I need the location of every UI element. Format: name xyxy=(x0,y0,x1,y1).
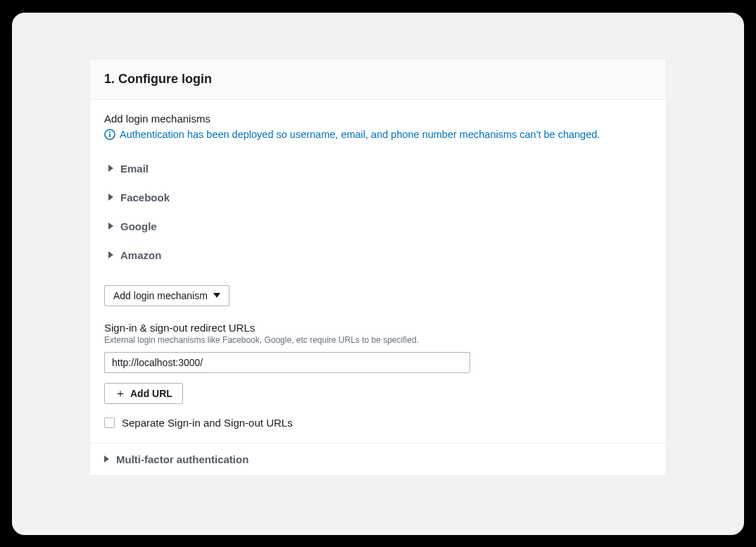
redirect-urls-label: Sign-in & sign-out redirect URLs xyxy=(104,322,652,334)
expand-icon xyxy=(108,222,113,230)
add-url-button[interactable]: ＋ Add URL xyxy=(104,383,183,404)
configure-login-panel: 1. Configure login Add login mechanisms … xyxy=(89,58,667,476)
mechanism-label: Facebook xyxy=(120,191,170,203)
mfa-expand-row[interactable]: Multi-factor authentication xyxy=(104,453,652,465)
info-icon xyxy=(104,129,115,140)
mechanism-item-google[interactable]: Google xyxy=(108,212,652,241)
svg-rect-2 xyxy=(109,133,111,137)
mechanism-item-facebook[interactable]: Facebook xyxy=(108,183,652,212)
deployment-info-message: Authentication has been deployed so user… xyxy=(104,129,652,140)
chevron-down-icon xyxy=(213,293,220,298)
svg-point-1 xyxy=(109,131,111,132)
separate-urls-checkbox[interactable] xyxy=(104,417,115,428)
mechanism-list: Email Facebook Google Amazon xyxy=(104,154,652,270)
dropdown-label: Add login mechanism xyxy=(113,290,208,301)
mechanism-label: Amazon xyxy=(120,249,161,261)
expand-icon xyxy=(108,251,113,258)
panel-header: 1. Configure login xyxy=(90,59,666,100)
separate-urls-label: Separate Sign-in and Sign-out URLs xyxy=(122,417,293,429)
panel-body: Add login mechanisms Authentication has … xyxy=(90,100,666,444)
expand-icon xyxy=(108,165,113,172)
login-mechanisms-subtitle: Add login mechanisms xyxy=(104,113,652,125)
expand-icon xyxy=(108,194,113,201)
expand-icon xyxy=(104,455,109,463)
mechanism-item-email[interactable]: Email xyxy=(108,154,652,183)
mechanism-label: Email xyxy=(120,163,149,175)
mfa-label: Multi-factor authentication xyxy=(116,453,248,465)
mechanism-label: Google xyxy=(120,220,157,232)
separate-urls-checkbox-row[interactable]: Separate Sign-in and Sign-out URLs xyxy=(104,417,652,429)
app-frame: 1. Configure login Add login mechanisms … xyxy=(12,13,744,535)
plus-icon: ＋ xyxy=(115,388,126,399)
redirect-urls-helper: External login mechanisms like Facebook,… xyxy=(104,335,652,345)
add-login-mechanism-dropdown[interactable]: Add login mechanism xyxy=(104,285,229,306)
redirect-url-input[interactable] xyxy=(104,352,470,373)
add-url-label: Add URL xyxy=(130,388,172,399)
info-text: Authentication has been deployed so user… xyxy=(120,129,600,140)
mechanism-item-amazon[interactable]: Amazon xyxy=(108,241,652,270)
panel-title: 1. Configure login xyxy=(104,72,652,87)
panel-footer: Multi-factor authentication xyxy=(90,444,666,475)
